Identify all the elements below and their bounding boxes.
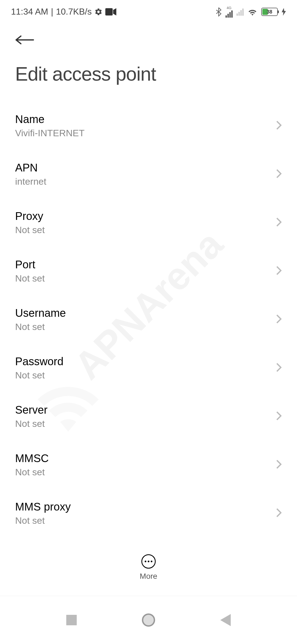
nav-back-button[interactable] [219, 613, 232, 627]
svg-rect-0 [105, 8, 113, 15]
chevron-right-icon [276, 459, 282, 470]
network-type-label: 4G [227, 6, 231, 10]
status-time: 11:34 AM [11, 7, 48, 17]
setting-apn[interactable]: APN internet [15, 150, 282, 198]
setting-value: Not set [15, 370, 64, 381]
setting-server[interactable]: Server Not set [15, 392, 282, 441]
setting-label: MMS proxy [15, 501, 71, 513]
setting-value: Not set [15, 321, 66, 332]
bluetooth-icon [216, 7, 222, 17]
content-area: APNArena Edit access point Name Vivifi-I… [0, 23, 297, 586]
setting-username[interactable]: Username Not set [15, 295, 282, 344]
signal-icon-1 [226, 10, 233, 18]
more-button[interactable]: More [134, 549, 163, 586]
chevron-right-icon [276, 411, 282, 422]
page-title: Edit access point [0, 52, 297, 102]
chevron-right-icon [276, 266, 282, 277]
chevron-right-icon [276, 508, 282, 519]
setting-value: Not set [15, 515, 71, 526]
charging-icon [282, 8, 286, 16]
setting-label: Port [15, 258, 45, 271]
chevron-right-icon [276, 169, 282, 180]
setting-mms-proxy[interactable]: MMS proxy Not set [15, 489, 282, 537]
chevron-right-icon [276, 217, 282, 228]
status-data-rate: 10.7KB/s [56, 7, 92, 17]
chevron-right-icon [276, 314, 282, 325]
status-separator: | [51, 7, 53, 17]
more-label: More [140, 572, 157, 581]
setting-label: Username [15, 307, 66, 319]
setting-name[interactable]: Name Vivifi-INTERNET [15, 102, 282, 150]
setting-value: internet [15, 176, 46, 187]
status-left: 11:34 AM | 10.7KB/s [11, 7, 116, 17]
battery-level: 38 [267, 9, 272, 15]
settings-list: Name Vivifi-INTERNET APN internet Proxy … [0, 102, 297, 537]
wifi-icon [248, 8, 257, 16]
chevron-right-icon [276, 362, 282, 373]
signal-1-group: 4G [226, 6, 233, 18]
nav-home-button[interactable] [142, 613, 155, 627]
triangle-icon [220, 614, 231, 626]
setting-label: Server [15, 404, 48, 416]
gear-icon [94, 8, 103, 16]
chevron-right-icon [276, 120, 282, 131]
setting-label: MMSC [15, 452, 49, 465]
setting-proxy[interactable]: Proxy Not set [15, 198, 282, 247]
square-icon [66, 615, 77, 625]
video-icon [105, 8, 116, 16]
setting-value: Vivifi-INTERNET [15, 128, 85, 138]
status-bar: 11:34 AM | 10.7KB/s 4G [0, 0, 297, 23]
setting-value: Not set [15, 225, 45, 235]
battery-icon: 38 [261, 8, 278, 16]
setting-password[interactable]: Password Not set [15, 344, 282, 392]
navigation-bar [0, 596, 297, 644]
setting-label: Password [15, 355, 64, 368]
signal-icon-2 [237, 8, 244, 16]
setting-label: APN [15, 162, 46, 174]
circle-icon [142, 613, 155, 627]
setting-value: Not set [15, 418, 48, 429]
back-button[interactable] [0, 23, 297, 52]
status-right: 4G 38 [216, 6, 286, 18]
nav-recents-button[interactable] [65, 613, 78, 627]
setting-value: Not set [15, 467, 49, 477]
setting-label: Name [15, 113, 85, 125]
setting-label: Proxy [15, 210, 45, 222]
setting-mmsc[interactable]: MMSC Not set [15, 441, 282, 489]
more-icon [141, 554, 156, 569]
setting-value: Not set [15, 273, 45, 284]
setting-port[interactable]: Port Not set [15, 247, 282, 295]
